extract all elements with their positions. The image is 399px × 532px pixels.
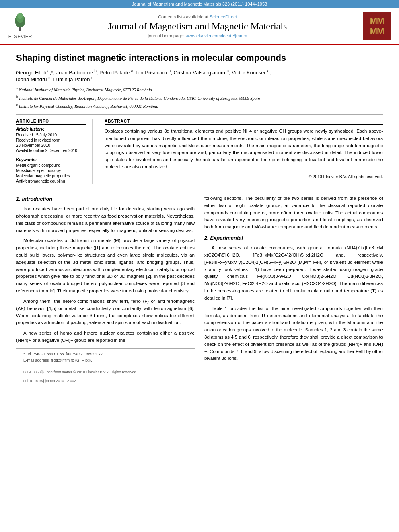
section2-heading: 2. Experimental bbox=[204, 234, 383, 242]
affiliations: a National Institute of Materials Physic… bbox=[16, 86, 383, 109]
footnote-tel: * Tel.: +40 21 369 01 85; fax: +40 21 36… bbox=[16, 351, 195, 357]
history-label: Article history: bbox=[16, 127, 86, 131]
kw-2: Molecular magnetic properties bbox=[16, 174, 86, 178]
authors: George Filoti a,*, Juan Bartolome b, Pet… bbox=[16, 69, 383, 83]
body-para-2: Among them, the hetero-combinations show… bbox=[16, 298, 195, 327]
affiliation-a: a National Institute of Materials Physic… bbox=[16, 86, 383, 93]
header-divider bbox=[16, 114, 383, 115]
article-info-label: Article Info bbox=[16, 119, 86, 125]
elsevier-text: ELSEVIER bbox=[8, 34, 32, 39]
history-item-1: Received in revised form bbox=[16, 138, 86, 142]
info-abstract-row: Article Info Article history: Received 1… bbox=[16, 119, 383, 184]
aff-b-text: Instituto de Ciencia de Materiales de Ar… bbox=[19, 96, 260, 100]
history-item-2: 23 November 2010 bbox=[16, 143, 86, 148]
journal-header: ELSEVIER Contents lists available at Sci… bbox=[0, 8, 399, 45]
abstract-text: Oxalates containing various 3d transitio… bbox=[105, 128, 383, 171]
keywords-label: Keywords: bbox=[16, 158, 86, 162]
body-divider bbox=[16, 191, 383, 191]
body-para-1: Molecular oxalates of 3d-transition meta… bbox=[16, 237, 195, 295]
footer-bar: 0304-8853/$ - see front matter © 2010 El… bbox=[16, 368, 195, 384]
homepage-url[interactable]: www.elsevier.com/locate/jmmm bbox=[186, 33, 247, 38]
jmmm-logo: MMMM bbox=[363, 12, 391, 40]
kw-3: Anti-ferromagnetic coupling bbox=[16, 179, 86, 183]
kw-0: Metal-organic compound bbox=[16, 163, 86, 168]
abstract-label: Abstract bbox=[105, 119, 383, 125]
aff-a-text: National Institute of Materials Physics,… bbox=[19, 88, 152, 92]
history-item-0: Received 15 July 2010 bbox=[16, 133, 86, 137]
journal-center-info: Contents lists available at ScienceDirec… bbox=[32, 14, 363, 38]
body-columns: 1. Introduction Iron oxalates have been … bbox=[16, 195, 383, 387]
homepage-label: journal homepage: bbox=[148, 33, 184, 38]
body-right-para-2: A new series of oxalate compounds, with … bbox=[204, 244, 383, 302]
keywords-section: Keywords: Metal-organic compound Mössbau… bbox=[16, 158, 86, 183]
homepage-line: journal homepage: www.elsevier.com/locat… bbox=[32, 33, 363, 38]
contents-line: Contents lists available at ScienceDirec… bbox=[32, 14, 363, 19]
body-right-para-1: following sections. The peculiarity of t… bbox=[204, 195, 383, 231]
body-col-right: following sections. The peculiarity of t… bbox=[204, 195, 383, 387]
article-info-panel: Article Info Article history: Received 1… bbox=[16, 119, 93, 184]
sciencedirect-link[interactable]: ScienceDirect bbox=[210, 14, 237, 19]
elsevier-tree-svg bbox=[8, 13, 32, 33]
copyright: © 2010 Elsevier B.V. All rights reserved… bbox=[105, 174, 383, 179]
abstract-panel: Abstract Oxalates containing various 3d … bbox=[105, 119, 383, 184]
body-para-3: A new series of homo and hetero nuclear … bbox=[16, 330, 195, 344]
aff-c-text: Institute for Physical Chemistry, Romani… bbox=[19, 104, 158, 108]
history-item-3: Available online 9 December 2010 bbox=[16, 148, 86, 153]
footnotes: * Tel.: +40 21 369 01 85; fax: +40 21 36… bbox=[16, 348, 195, 364]
body-right-para-3: Table 1 provides the list of the nine in… bbox=[204, 305, 383, 363]
affiliation-b: b Instituto de Ciencia de Materiales de … bbox=[16, 94, 383, 101]
footer-doi: doi:10.1016/j.jmmm.2010.12.002 bbox=[16, 378, 195, 384]
elsevier-logo: ELSEVIER bbox=[8, 13, 32, 39]
journal-bar-text: Journal of Magnetism and Magnetic Materi… bbox=[132, 2, 267, 6]
article-title: Shaping distinct magnetic interactions i… bbox=[16, 52, 383, 64]
body-para-0: Iron oxalates have been part of our dail… bbox=[16, 205, 195, 234]
kw-1: Mössbauer spectroscopy bbox=[16, 168, 86, 173]
section1-heading: 1. Introduction bbox=[16, 195, 195, 203]
journal-bar: Journal of Magnetism and Magnetic Materi… bbox=[0, 0, 399, 8]
journal-title: Journal of Magnetism and Magnetic Materi… bbox=[32, 21, 363, 32]
footnote-email: E-mail address: filoti@infim.ro (G. Filo… bbox=[16, 357, 195, 364]
footer-issn: 0304-8853/$ - see front matter © 2010 El… bbox=[16, 370, 195, 375]
body-col-left: 1. Introduction Iron oxalates have been … bbox=[16, 195, 195, 387]
affiliation-c: c Institute for Physical Chemistry, Roma… bbox=[16, 102, 383, 109]
main-content: Shaping distinct magnetic interactions i… bbox=[0, 45, 399, 395]
